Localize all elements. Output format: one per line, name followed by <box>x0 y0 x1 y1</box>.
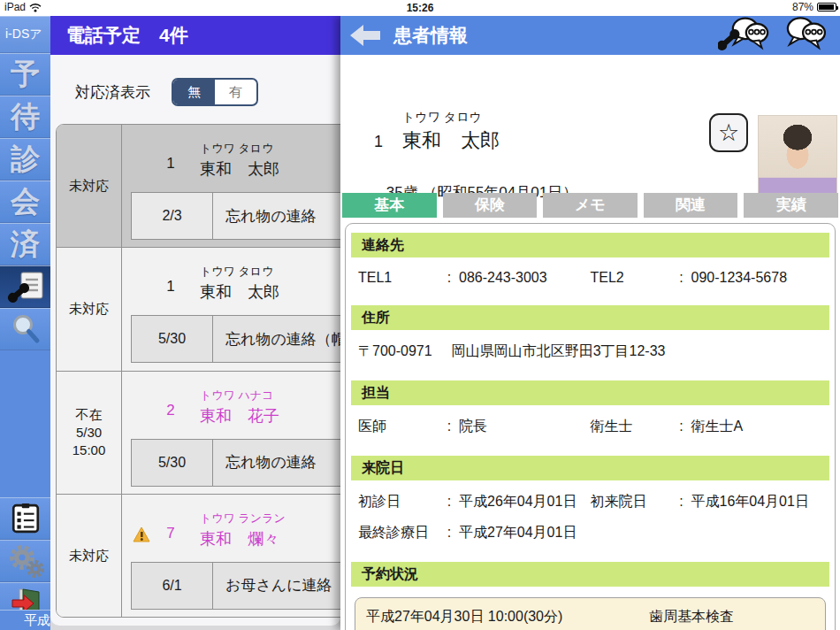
appointment-item[interactable]: 平成27年04月30日 10:00(30分) 歯周基本検査 <box>366 605 814 628</box>
call-status: 未対応 <box>57 495 122 617</box>
call-note: 忘れ物の連絡（帽 <box>213 316 340 362</box>
call-date: 5/30 <box>132 316 213 362</box>
phone-chat-button[interactable] <box>718 15 769 56</box>
patient-name: 東和 花子 <box>200 405 279 426</box>
street-address: 岡山県岡山市北区野田3丁目12-33 <box>452 342 666 361</box>
field-tel2: TEL2 : 090-1234-5678 <box>591 270 823 286</box>
app-label: i-DSア <box>5 27 42 42</box>
patient-kana: トウワ ランラン <box>200 511 286 526</box>
clock: 15:26 <box>0 2 840 14</box>
chat-button[interactable] <box>780 15 829 56</box>
patient-tabs: 基本 保険 メモ 関連 実績 <box>342 193 838 218</box>
patient-name-block: トウワ タロウ 東和 太郎 <box>200 141 279 180</box>
star-icon: ☆ <box>718 121 739 145</box>
handled-toggle-on[interactable]: 有 <box>215 80 256 104</box>
call-note: お母さんに連絡 <box>213 563 340 609</box>
tab-memo[interactable]: メモ <box>543 193 638 218</box>
call-note: 忘れ物の連絡 <box>213 193 340 239</box>
sidebar-item-phone-list[interactable] <box>0 265 50 308</box>
sidebar-app-button[interactable]: i-DSア <box>0 16 50 53</box>
patient-number: 1 <box>374 133 383 151</box>
handled-filter-label: 対応済表示 <box>75 82 150 103</box>
back-arrow-icon <box>349 24 381 47</box>
patient-name-block: トウワ タロウ 東和 太郎 <box>200 264 279 303</box>
patient-name: 東和 太郎 <box>200 281 279 303</box>
sidebar-item-notes[interactable] <box>0 497 50 540</box>
patient-name: 東和 爛々 <box>200 528 286 549</box>
tab-history[interactable]: 実績 <box>744 193 838 218</box>
tab-insurance[interactable]: 保険 <box>443 193 538 218</box>
phone-chat-icon <box>718 15 769 52</box>
sidebar-item-machi[interactable]: 待 <box>0 96 50 138</box>
call-note-box: 6/1 お母さんに連絡 <box>131 562 340 610</box>
patient-summary: 1 トウワ タロウ 東和 太郎 35歳 （昭和55年04月01日） ☆ <box>340 55 840 193</box>
patient-name: 東和 太郎 <box>402 127 500 154</box>
sidebar-item-kai[interactable]: 会 <box>0 181 50 223</box>
section-header-staff: 担当 <box>351 380 829 405</box>
patient-name-block: トウワ ランラン 東和 爛々 <box>200 511 286 549</box>
field-tel1: TEL1 : 086-243-3003 <box>358 270 591 286</box>
patient-info-panel: 患者情報 <box>340 16 840 630</box>
field-last-treatment: 最終診療日 : 平成27年04月01日 <box>358 524 822 542</box>
patient-number: 1 <box>149 278 193 296</box>
call-row-1[interactable]: 未対応 1 トウワ タロウ 東和 太郎 2/3 忘れ物の連絡 <box>57 125 340 248</box>
call-date: 6/1 <box>132 563 213 609</box>
tab-basic[interactable]: 基本 <box>342 193 437 218</box>
call-date: 5/30 <box>132 440 213 486</box>
chat-bubbles-icon <box>780 15 829 52</box>
section-header-address: 住所 <box>351 305 829 330</box>
page-title: 患者情報 <box>393 23 718 48</box>
patient-kana: トウワ ハナコ <box>200 388 279 403</box>
phone-panel-body: 対応済表示 無 有 未対応 1 トウワ タロウ 東和 太郎 2/3 <box>50 55 340 626</box>
sidebar-item-sumi[interactable]: 済 <box>0 223 50 265</box>
field-hygienist: 衛生士 : 衛生士A <box>591 418 823 436</box>
sidebar-date-strip: 平成 <box>0 610 50 630</box>
postal-code: 〒700-0971 <box>358 342 432 361</box>
patient-name: 東和 太郎 <box>200 158 279 180</box>
field-doctor: 医師 : 院長 <box>358 418 591 436</box>
field-first-visit: 初来院日 : 平成16年04月01日 <box>591 493 823 511</box>
phone-memo-icon <box>7 271 44 303</box>
handled-toggle-off[interactable]: 無 <box>173 80 215 104</box>
battery-icon <box>817 3 836 12</box>
phone-panel-title: 電話予定 4件 <box>50 16 340 55</box>
call-note: 忘れ物の連絡 <box>213 440 340 486</box>
call-row-4[interactable]: 未対応 7 トウワ ランラン 東和 爛々 <box>57 495 340 617</box>
call-status: 不在 5/30 15:00 <box>57 372 122 494</box>
status-bar: iPad 15:26 87% <box>0 0 840 16</box>
call-row-2[interactable]: 未対応 1 トウワ タロウ 東和 太郎 5/30 忘れ物の連絡（帽 <box>57 248 340 371</box>
call-note-box: 5/30 忘れ物の連絡（帽 <box>131 315 340 363</box>
phone-schedule-panel: 電話予定 4件 対応済表示 無 有 未対応 1 トウワ タロウ 東和 太郎 <box>50 16 340 630</box>
patient-number: 1 <box>149 155 193 173</box>
patient-basic-card: 連絡先 TEL1 : 086-243-3003 TEL2 : 090-1234-… <box>345 223 836 630</box>
sidebar-item-shin[interactable]: 診 <box>0 138 50 181</box>
section-header-contact: 連絡先 <box>351 233 829 257</box>
sidebar-item-yoyaku[interactable]: 予 <box>0 53 50 96</box>
field-address: 〒700-0971 岡山県岡山市北区野田3丁目12-33 <box>346 330 835 373</box>
patient-panel-header: 患者情報 <box>340 16 840 55</box>
sidebar: i-DSア 予 待 診 会 済 <box>0 16 50 630</box>
call-note-box: 5/30 忘れ物の連絡 <box>131 439 340 487</box>
call-date: 2/3 <box>132 193 213 239</box>
appointment-treatment: 歯周基本検査 <box>649 605 734 628</box>
call-status: 未対応 <box>57 125 122 247</box>
phone-call-table: 未対応 1 トウワ タロウ 東和 太郎 2/3 忘れ物の連絡 未対応 <box>56 124 340 618</box>
call-note-box: 2/3 忘れ物の連絡 <box>131 192 340 240</box>
appointment-datetime: 平成27年04月30日 10:00(30分) <box>366 605 649 628</box>
patient-kana: トウワ タロウ <box>402 110 482 126</box>
patient-kana: トウワ タロウ <box>200 264 279 280</box>
clipboard-icon <box>10 503 42 534</box>
warning-icon <box>133 526 150 546</box>
call-row-3[interactable]: 不在 5/30 15:00 2 トウワ ハナコ 東和 花子 5/30 忘れ物の連… <box>57 372 340 495</box>
favorite-star-button[interactable]: ☆ <box>709 113 748 152</box>
field-first-exam: 初診日 : 平成26年04月01日 <box>358 493 591 511</box>
patient-number: 7 <box>149 525 193 542</box>
sidebar-item-settings[interactable] <box>0 540 50 582</box>
section-header-appointments: 予約状況 <box>351 562 829 587</box>
tab-related[interactable]: 関連 <box>644 193 738 218</box>
section-header-visits: 来院日 <box>351 456 829 480</box>
back-button[interactable] <box>349 23 383 48</box>
patient-number: 2 <box>149 402 193 419</box>
battery-percent: 87% <box>792 1 813 13</box>
sidebar-item-search[interactable] <box>0 308 50 350</box>
